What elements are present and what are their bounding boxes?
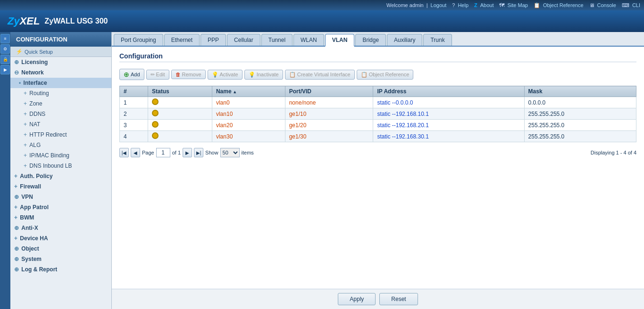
sidebar-item-zone[interactable]: + Zone xyxy=(10,98,111,109)
status-icon xyxy=(152,132,159,139)
object-ref-button[interactable]: 📋 Object Reference xyxy=(357,70,414,80)
header: ZyXEL ZyWALL USG 300 xyxy=(0,10,644,32)
nav-label-firewall: Firewall xyxy=(20,183,41,190)
sidebar-item-alg[interactable]: + ALG xyxy=(10,140,111,150)
sidebar-icon-2[interactable]: ⚙ xyxy=(0,44,10,54)
remove-button[interactable]: 🗑 Remove xyxy=(171,70,206,79)
reset-button[interactable]: Reset xyxy=(379,293,418,305)
welcome-text: Welcome admin xyxy=(386,2,424,8)
nav-label-antix: Anti-X xyxy=(21,225,38,231)
bullet-auth: + xyxy=(14,173,19,179)
cell-mask: 255.255.255.0 xyxy=(524,131,636,142)
table-row[interactable]: 3vlan20ge1/20static --192.168.20.1255.25… xyxy=(120,120,636,131)
sidebar-icon-3[interactable]: 🔒 xyxy=(0,55,10,64)
objref-link[interactable]: Object Reference xyxy=(543,2,584,8)
tab-trunk[interactable]: Trunk xyxy=(423,34,452,46)
table-row[interactable]: 1vlan0none/nonestatic --0.0.0.00.0.0.0 xyxy=(120,97,636,108)
sidebar-icon-1[interactable]: ≡ xyxy=(0,34,10,43)
sidebar-item-app-patrol[interactable]: + App Patrol xyxy=(10,202,111,212)
sidebar-item-nat[interactable]: + NAT xyxy=(10,119,111,130)
show-select[interactable]: 50 25 100 xyxy=(220,148,240,157)
page-prev-btn[interactable]: ◀ xyxy=(131,148,140,157)
product-name: ZyWALL USG 300 xyxy=(44,17,108,25)
apply-button[interactable]: Apply xyxy=(338,293,376,305)
logout-link[interactable]: Logout xyxy=(431,2,447,8)
expand-icon-log: ⊕ xyxy=(14,266,20,273)
sidebar-item-dns-inbound[interactable]: + DNS Inbound LB xyxy=(10,161,111,171)
cell-name[interactable]: vlan30 xyxy=(212,131,285,142)
page-last-btn[interactable]: ▶| xyxy=(194,148,203,157)
sidebar-item-firewall[interactable]: + Firewall xyxy=(10,181,111,192)
sidebar-item-routing[interactable]: + Routing xyxy=(10,88,111,98)
cli-link[interactable]: CLI xyxy=(632,2,640,8)
sidebar-item-system[interactable]: ⊕ System xyxy=(10,254,111,264)
page-next-btn[interactable]: ▶ xyxy=(183,148,192,157)
nav-label-licensing: Licensing xyxy=(21,59,48,65)
cell-ip: static --192.168.20.1 xyxy=(373,120,524,131)
remove-icon: 🗑 xyxy=(176,72,181,77)
table-row[interactable]: 4vlan30ge1/30static --192.168.30.1255.25… xyxy=(120,131,636,142)
tab-vlan[interactable]: VLAN xyxy=(325,34,355,47)
help-icon: ? xyxy=(452,2,455,8)
tab-tunnel[interactable]: Tunnel xyxy=(261,34,293,46)
sidebar-item-bwm[interactable]: + BWM xyxy=(10,212,111,223)
bullet-routing: + xyxy=(24,90,28,97)
sidebar-item-http-redirect[interactable]: + HTTP Redirect xyxy=(10,130,111,140)
cell-status xyxy=(148,120,212,131)
nav-header: CONFIGURATION xyxy=(10,32,111,47)
add-button[interactable]: ⊕ Add xyxy=(119,69,144,80)
sidebar-item-ddns[interactable]: + DDNS xyxy=(10,109,111,119)
quick-setup-icon: ⚡ xyxy=(16,49,23,55)
sidebar-item-auth-policy[interactable]: + Auth. Policy xyxy=(10,171,111,181)
cell-name[interactable]: vlan0 xyxy=(212,97,285,108)
sidebar-item-network[interactable]: ⊖ Network xyxy=(10,67,111,78)
col-status: Status xyxy=(148,86,212,97)
sidebar-item-vpn[interactable]: ⊕ VPN xyxy=(10,192,111,202)
page-first-btn[interactable]: |◀ xyxy=(119,148,129,157)
object-ref-icon: 📋 xyxy=(361,72,368,78)
create-virtual-button[interactable]: 📋 Create Virtual Interface xyxy=(285,70,355,80)
quick-setup-label: Quick Setup xyxy=(25,49,53,55)
tab-ppp[interactable]: PPP xyxy=(201,34,226,46)
expand-icon-network: ⊖ xyxy=(14,69,20,76)
sidebar-item-object[interactable]: ⊕ Object xyxy=(10,244,111,254)
table-row[interactable]: 2vlan10ge1/10static --192.168.10.1255.25… xyxy=(120,108,636,120)
bullet-alg: + xyxy=(24,142,28,148)
cell-ip: static --192.168.30.1 xyxy=(373,131,524,142)
activate-button[interactable]: 💡 Activate xyxy=(208,70,243,80)
page-input[interactable] xyxy=(156,148,170,157)
console-link[interactable]: Console xyxy=(597,2,616,8)
sidebar-item-ipmac[interactable]: + IP/MAC Binding xyxy=(10,150,111,161)
col-name[interactable]: Name xyxy=(212,86,285,97)
nav-label-routing: Routing xyxy=(29,90,49,97)
tab-wlan[interactable]: WLAN xyxy=(293,34,324,46)
inactivate-button[interactable]: 💡 Inactivate xyxy=(244,70,283,80)
tab-bridge[interactable]: Bridge xyxy=(355,34,386,46)
sidebar-item-log-report[interactable]: ⊕ Log & Report xyxy=(10,264,111,275)
displaying-info: Displaying 1 - 4 of 4 xyxy=(591,150,636,155)
about-link[interactable]: About xyxy=(480,2,494,8)
sitemap-icon: 🗺 xyxy=(499,2,504,8)
bullet-firewall: + xyxy=(14,183,19,190)
cell-status xyxy=(148,108,212,120)
logo-zy: Zy xyxy=(8,15,20,27)
cell-name[interactable]: vlan20 xyxy=(212,120,285,131)
tab-cellular[interactable]: Cellular xyxy=(227,34,260,46)
sidebar-item-device-ha[interactable]: + Device HA xyxy=(10,233,111,244)
tab-port-grouping[interactable]: Port Grouping xyxy=(114,34,163,46)
quick-setup[interactable]: ⚡ Quick Setup xyxy=(10,47,111,57)
tab-ethernet[interactable]: Ethernet xyxy=(164,34,200,46)
sidebar-item-interface[interactable]: • Interface xyxy=(10,78,111,88)
section-title: Configuration xyxy=(119,52,636,62)
edit-button[interactable]: ✏ Edit xyxy=(146,70,169,80)
bullet-http: + xyxy=(24,131,28,138)
help-link[interactable]: Help xyxy=(458,2,468,8)
sidebar-item-antix[interactable]: ⊕ Anti-X xyxy=(10,223,111,233)
cell-name[interactable]: vlan10 xyxy=(212,108,285,120)
sitemap-link[interactable]: Site Map xyxy=(507,2,527,8)
sidebar-item-licensing[interactable]: ⊕ Licensing xyxy=(10,57,111,67)
toolbar: ⊕ Add ✏ Edit 🗑 Remove 💡 Activate 💡 xyxy=(119,67,636,82)
nav-header-text: CONFIGURATION xyxy=(16,36,67,43)
tab-auxiliary[interactable]: Auxiliary xyxy=(387,34,422,46)
sidebar-icon-4[interactable]: ▶ xyxy=(0,65,10,74)
